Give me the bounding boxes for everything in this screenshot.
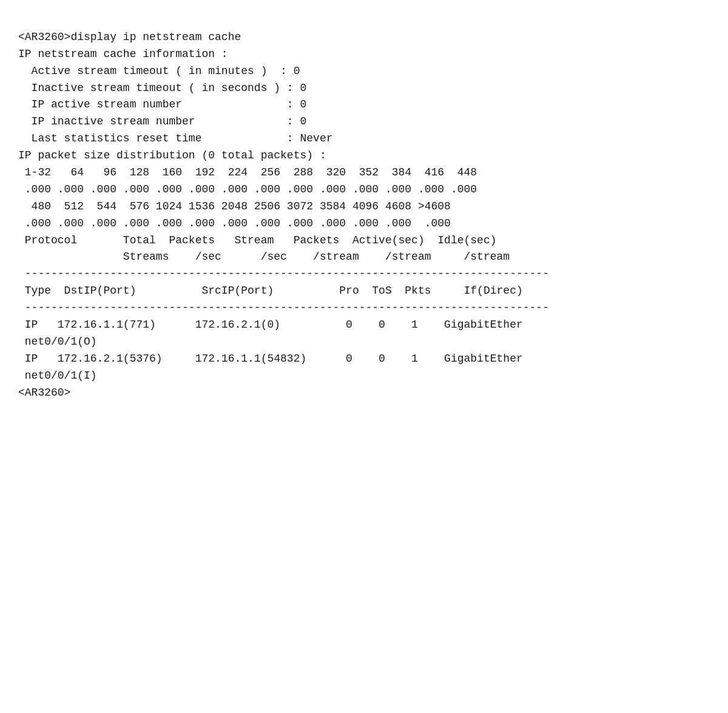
terminal-line-row2b: net0/0/1(I): [18, 368, 710, 385]
terminal-line-cmd2: <AR3260>: [18, 385, 710, 402]
terminal-line-divider1: ----------------------------------------…: [18, 266, 710, 283]
terminal-line-vals2: .000 .000 .000 .000 .000 .000 .000 .000 …: [18, 215, 710, 232]
terminal-line-col_header2: Streams /sec /sec /stream /stream /strea…: [18, 249, 710, 266]
terminal-line-col_header1: Protocol Total Packets Stream Packets Ac…: [18, 232, 710, 249]
terminal-line-header: IP netstream cache information :: [18, 46, 710, 63]
terminal-line-vals1: .000 .000 .000 .000 .000 .000 .000 .000 …: [18, 181, 710, 198]
terminal-line-col_header3: Type DstIP(Port) SrcIP(Port) Pro ToS Pkt…: [18, 283, 710, 300]
terminal-line-pkt_dist: IP packet size distribution (0 total pac…: [18, 147, 710, 164]
terminal-line-last_stats: Last statistics reset time : Never: [18, 130, 710, 147]
terminal-line-row1b: net0/0/1(O): [18, 334, 710, 351]
terminal-line-inactive_timeout: Inactive stream timeout ( in seconds ) :…: [18, 80, 710, 97]
terminal-line-ip_active: IP active stream number : 0: [18, 96, 710, 113]
terminal-line-ip_inactive: IP inactive stream number : 0: [18, 113, 710, 130]
terminal-line-row2a: IP 172.16.2.1(5376) 172.16.1.1(54832) 0 …: [18, 351, 710, 368]
terminal-line-row1a: IP 172.16.1.1(771) 172.16.2.1(0) 0 0 1 G…: [18, 317, 710, 334]
terminal-line-active_timeout: Active stream timeout ( in minutes ) : 0: [18, 63, 710, 80]
terminal-line-divider2: ----------------------------------------…: [18, 300, 710, 317]
terminal-line-sizes1: 1-32 64 96 128 160 192 224 256 288 320 3…: [18, 164, 710, 181]
terminal-output: <AR3260>display ip netstream cacheIP net…: [18, 12, 710, 401]
terminal-line-sizes2: 480 512 544 576 1024 1536 2048 2506 3072…: [18, 198, 710, 215]
terminal-line-cmd1: <AR3260>display ip netstream cache: [18, 29, 710, 46]
